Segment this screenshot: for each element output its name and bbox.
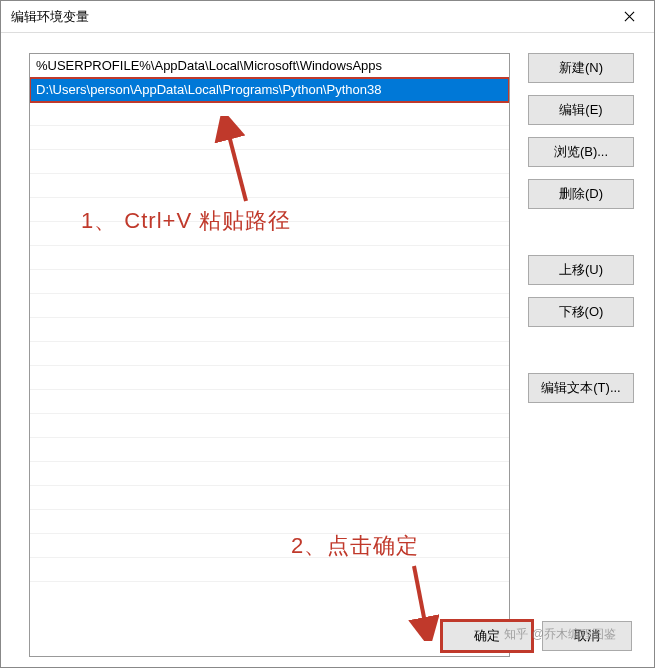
dialog-content: %USERPROFILE%\AppData\Local\Microsoft\Wi… (1, 33, 654, 667)
new-button[interactable]: 新建(N) (528, 53, 634, 83)
ok-button[interactable]: 确定 (442, 621, 532, 651)
path-list-empty-row[interactable] (30, 150, 509, 174)
close-icon (624, 11, 635, 22)
path-list-empty-row[interactable] (30, 534, 509, 558)
path-list-empty-row[interactable] (30, 462, 509, 486)
cancel-button[interactable]: 取消 (542, 621, 632, 651)
path-list-empty-row[interactable] (30, 414, 509, 438)
edit-text-button[interactable]: 编辑文本(T)... (528, 373, 634, 403)
path-list-empty-row[interactable] (30, 246, 509, 270)
path-list-item[interactable]: %USERPROFILE%\AppData\Local\Microsoft\Wi… (30, 54, 509, 78)
path-list-empty-row[interactable] (30, 318, 509, 342)
path-list-empty-row[interactable] (30, 102, 509, 126)
path-list-empty-row[interactable] (30, 294, 509, 318)
path-list-empty-row[interactable] (30, 510, 509, 534)
close-button[interactable] (606, 2, 652, 32)
delete-button[interactable]: 删除(D) (528, 179, 634, 209)
annotation-arrow-icon (211, 116, 261, 206)
annotation-step-1: 1、 Ctrl+V 粘贴路径 (81, 206, 291, 236)
side-button-column: 新建(N) 编辑(E) 浏览(B)... 删除(D) 上移(U) 下移(O) 编… (528, 53, 634, 657)
path-list-empty-row[interactable] (30, 366, 509, 390)
path-list-empty-row[interactable] (30, 486, 509, 510)
dialog-title: 编辑环境变量 (11, 8, 89, 26)
svg-line-0 (226, 124, 246, 201)
path-list-empty-row[interactable] (30, 270, 509, 294)
footer-buttons: 确定 取消 (442, 621, 632, 651)
move-down-button[interactable]: 下移(O) (528, 297, 634, 327)
path-list-empty-row[interactable] (30, 390, 509, 414)
path-list-empty-row[interactable] (30, 342, 509, 366)
annotation-arrow-icon (399, 561, 439, 641)
edit-button[interactable]: 编辑(E) (528, 95, 634, 125)
path-list-item[interactable]: D:\Users\person\AppData\Local\Programs\P… (30, 78, 509, 102)
path-list-empty-row[interactable] (30, 126, 509, 150)
path-list-empty-row[interactable] (30, 438, 509, 462)
titlebar: 编辑环境变量 (1, 1, 654, 33)
svg-line-1 (414, 566, 427, 633)
annotation-step-2: 2、点击确定 (291, 531, 419, 561)
browse-button[interactable]: 浏览(B)... (528, 137, 634, 167)
move-up-button[interactable]: 上移(U) (528, 255, 634, 285)
path-list-empty-row[interactable] (30, 174, 509, 198)
